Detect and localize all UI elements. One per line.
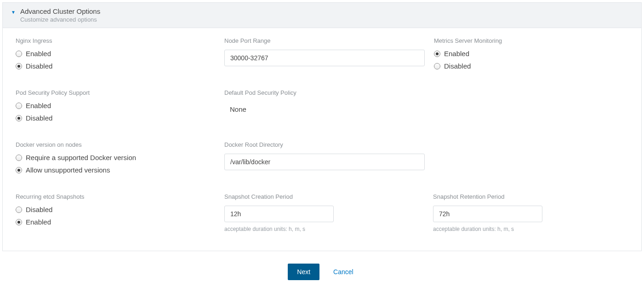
radio-icon (16, 167, 22, 173)
nginx-ingress-label: Nginx Ingress (16, 37, 215, 44)
node-port-range-label: Node Port Range (224, 37, 425, 44)
docker-version-label: Docker version on nodes (16, 141, 215, 148)
snapshot-creation-input[interactable] (224, 206, 334, 222)
advanced-cluster-panel: ▼ Advanced Cluster Options Customize adv… (2, 2, 642, 251)
nginx-ingress-enabled-radio[interactable]: Enabled (16, 50, 215, 58)
radio-icon (16, 51, 22, 57)
default-pod-security-label: Default Pod Security Policy (224, 89, 424, 96)
cancel-button[interactable]: Cancel (331, 268, 356, 276)
radio-icon (16, 115, 22, 121)
panel-body: Nginx Ingress Enabled Disabled Node Port… (3, 28, 641, 251)
metrics-disabled-radio[interactable]: Disabled (434, 62, 633, 70)
snapshot-retention-input[interactable] (433, 206, 542, 222)
radio-label: Enabled (444, 50, 469, 58)
panel-header: ▼ Advanced Cluster Options Customize adv… (3, 3, 641, 28)
radio-label: Disabled (26, 62, 52, 70)
radio-label: Enabled (26, 102, 51, 109)
default-pod-security-value: None (224, 102, 424, 117)
radio-label: Require a supported Docker version (26, 154, 136, 161)
radio-label: Enabled (26, 218, 51, 226)
node-port-range-input[interactable] (224, 50, 425, 66)
docker-require-radio[interactable]: Require a supported Docker version (16, 154, 215, 161)
snapshot-retention-label: Snapshot Retention Period (433, 193, 633, 200)
radio-icon (16, 155, 22, 161)
docker-allow-radio[interactable]: Allow unsupported versions (16, 166, 215, 174)
radio-icon (16, 103, 22, 109)
radio-label: Disabled (26, 206, 52, 213)
radio-label: Disabled (26, 114, 52, 122)
radio-icon (434, 51, 440, 57)
radio-icon (434, 63, 440, 69)
snapshot-creation-label: Snapshot Creation Period (224, 193, 424, 200)
radio-label: Enabled (26, 50, 51, 58)
snapshot-creation-hint: acceptable duration units: h, m, s (224, 226, 424, 232)
radio-icon (16, 63, 22, 69)
radio-label: Disabled (444, 62, 471, 70)
docker-root-input[interactable] (224, 154, 425, 170)
radio-icon (16, 219, 22, 225)
nginx-ingress-disabled-radio[interactable]: Disabled (16, 62, 215, 70)
panel-title: Advanced Cluster Options (20, 7, 100, 15)
etcd-disabled-radio[interactable]: Disabled (16, 206, 215, 213)
metrics-server-label: Metrics Server Monitoring (434, 37, 633, 44)
pod-security-enabled-radio[interactable]: Enabled (16, 102, 215, 109)
collapse-caret-icon[interactable]: ▼ (11, 10, 16, 15)
next-button[interactable]: Next (288, 264, 319, 280)
etcd-snapshots-label: Recurring etcd Snapshots (16, 193, 215, 200)
panel-subtitle: Customize advanced options (20, 16, 100, 23)
pod-security-disabled-radio[interactable]: Disabled (16, 114, 215, 122)
metrics-enabled-radio[interactable]: Enabled (434, 50, 633, 58)
docker-root-label: Docker Root Directory (224, 141, 425, 148)
footer-actions: Next Cancel (0, 253, 644, 290)
radio-icon (16, 207, 22, 213)
pod-security-label: Pod Security Policy Support (16, 89, 215, 96)
radio-label: Allow unsupported versions (26, 166, 110, 174)
snapshot-retention-hint: acceptable duration units: h, m, s (433, 226, 633, 232)
etcd-enabled-radio[interactable]: Enabled (16, 218, 215, 226)
